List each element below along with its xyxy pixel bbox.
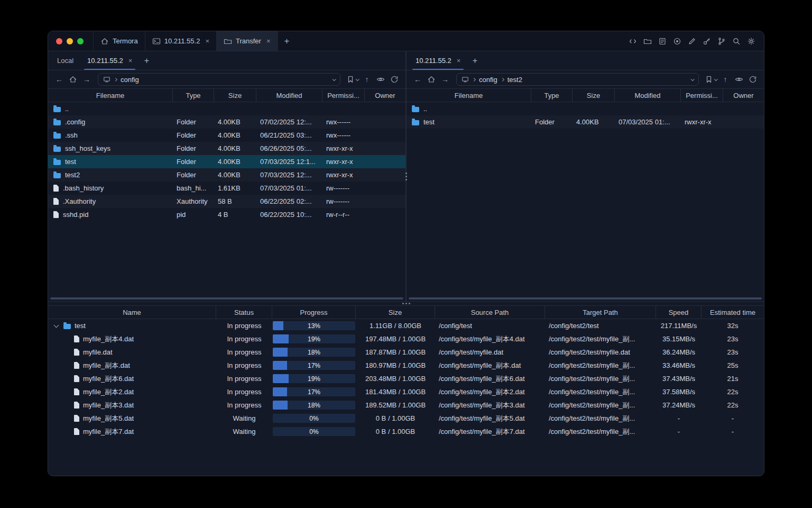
transfer-row[interactable]: myfile_副本2.dat In progress 17% 181.43MB … [48,385,764,398]
zoom-window-button[interactable] [77,38,84,44]
journal-icon[interactable] [657,35,668,47]
column-header-source-path[interactable]: Source Path [435,306,545,319]
edit-icon[interactable] [686,35,698,47]
search-icon[interactable] [731,35,742,47]
chevron-down-icon[interactable] [714,77,718,81]
path-segment[interactable]: test2 [508,76,522,84]
forward-button[interactable] [439,73,451,86]
horizontal-scrollbar[interactable] [409,297,762,300]
file-type-icon [412,120,419,125]
bookmark-icon [705,75,713,84]
column-header-modified[interactable]: Modified [615,89,681,102]
path-segment[interactable]: config [121,76,139,84]
column-header-filename[interactable]: Filename [407,89,531,102]
file-row[interactable]: .. [407,102,764,115]
tab-host-session[interactable]: 10.211.55.2 [145,31,217,51]
file-row[interactable]: .Xauthority Xauthority 58 B 06/22/2025 0… [48,195,405,208]
column-header-modified[interactable]: Modified [256,89,322,102]
transfer-row[interactable]: myfile_副本4.dat In progress 19% 197.48MB … [48,332,764,346]
up-directory-button[interactable] [719,73,732,86]
close-window-button[interactable] [56,38,62,44]
back-button[interactable] [411,73,424,86]
refresh-button[interactable] [388,73,401,86]
chevron-down-icon[interactable] [356,77,359,81]
transfer-row[interactable]: myfile_副本5.dat Waiting 0% 0 B / 1.00GB /… [48,412,764,425]
transfer-row[interactable]: myfile_副本6.dat In progress 19% 203.48MB … [48,372,764,385]
show-hidden-button[interactable] [374,73,387,86]
file-row[interactable]: ssh_host_keys Folder 4.00KB 06/26/2025 0… [48,142,405,155]
file-row[interactable]: .ssh Folder 4.00KB 06/21/2025 03:... rwx… [48,129,405,142]
record-icon[interactable] [671,35,683,47]
progress-fill [273,374,289,383]
tab-remote-host[interactable]: 10.211.55.2 [80,51,139,70]
minimize-window-button[interactable] [67,38,73,44]
close-tab-icon[interactable] [457,57,461,64]
gear-icon[interactable] [745,35,757,47]
home-button[interactable] [425,73,438,86]
column-header-size[interactable]: Size [573,89,615,102]
titlebar[interactable]: Termora 10.211.55.2 Transfer [48,31,764,51]
file-row[interactable]: .config Folder 4.00KB 07/02/2025 12:... … [48,115,405,129]
tab-remote-host[interactable]: 10.211.55.2 [409,51,467,70]
column-header-target-path[interactable]: Target Path [545,306,656,319]
back-button[interactable] [53,73,66,86]
expand-chevron-icon[interactable] [52,322,60,330]
transfer-row[interactable]: myfile.dat In progress 18% 187.87MB / 1.… [48,346,764,359]
chevron-down-icon[interactable] [333,77,336,81]
transfer-row[interactable]: test In progress 13% 1.11GB / 8.00GB /co… [48,319,764,332]
horizontal-scrollbar[interactable] [50,297,403,300]
close-tab-icon[interactable] [128,57,133,64]
file-row[interactable]: test Folder 4.00KB 07/03/2025 12:1... rw… [48,155,405,168]
column-header-speed[interactable]: Speed [656,306,702,319]
tab-transfer[interactable]: Transfer [217,31,278,51]
tab-label: 10.211.55.2 [87,57,123,65]
close-tab-icon[interactable] [266,38,271,44]
path-segment[interactable]: config [479,76,497,84]
column-header-type[interactable]: Type [531,89,573,102]
home-button[interactable] [67,73,79,86]
bookmark-button[interactable] [704,75,718,84]
close-tab-icon[interactable] [205,38,209,44]
progress-cell: 17% [272,361,356,370]
column-header-name[interactable]: Name [48,306,216,319]
column-header-size[interactable]: Size [214,89,256,102]
column-header-owner[interactable]: Owner [365,89,405,102]
file-row[interactable]: .. [48,102,405,115]
new-panel-tab-button[interactable] [467,51,482,70]
forward-button[interactable] [80,73,93,86]
file-row[interactable]: sshd.pid pid 4 B 06/22/2025 10:... rw-r-… [48,208,405,221]
folder-icon[interactable] [642,35,653,47]
key-icon[interactable] [701,35,713,47]
column-header-permissions[interactable]: Permissi... [322,89,365,102]
path-bar[interactable]: config test2 [456,73,699,86]
path-bar[interactable]: config [98,73,340,86]
column-header-size[interactable]: Size [356,306,435,319]
new-app-tab-button[interactable] [278,31,296,51]
code-icon[interactable] [627,35,639,47]
up-directory-button[interactable] [361,73,373,86]
transfer-row[interactable]: myfile_副本3.dat In progress 18% 189.52MB … [48,398,764,412]
transfer-row[interactable]: myfile_副本7.dat Waiting 0% 0 B / 1.00GB /… [48,425,764,438]
file-row[interactable]: test2 Folder 4.00KB 07/03/2025 12:... rw… [48,168,405,182]
column-header-owner[interactable]: Owner [723,89,764,102]
transfer-name: myfile_副本.dat [83,361,130,370]
transfer-splitter[interactable] [48,301,764,305]
refresh-button[interactable] [746,73,759,86]
column-header-permissions[interactable]: Permissi... [681,89,723,102]
column-header-estimated-time[interactable]: Estimated time [702,306,764,319]
bookmark-button[interactable] [345,75,359,84]
file-row[interactable]: .bash_history bash_hi... 1.61KB 07/03/20… [48,182,405,195]
branch-icon[interactable] [716,35,727,47]
tab-local[interactable]: Local [50,51,80,70]
chevron-down-icon[interactable] [691,77,695,81]
transfer-row[interactable]: myfile_副本.dat In progress 17% 180.97MB /… [48,359,764,372]
file-row[interactable]: test Folder 4.00KB 07/03/2025 01:... rwx… [407,115,764,129]
file-type-icon [412,107,419,112]
tab-termora[interactable]: Termora [93,31,145,51]
column-header-progress[interactable]: Progress [272,306,356,319]
show-hidden-button[interactable] [733,73,745,86]
new-panel-tab-button[interactable] [139,51,154,70]
column-header-status[interactable]: Status [216,306,272,319]
column-header-filename[interactable]: Filename [48,89,173,102]
column-header-type[interactable]: Type [173,89,214,102]
